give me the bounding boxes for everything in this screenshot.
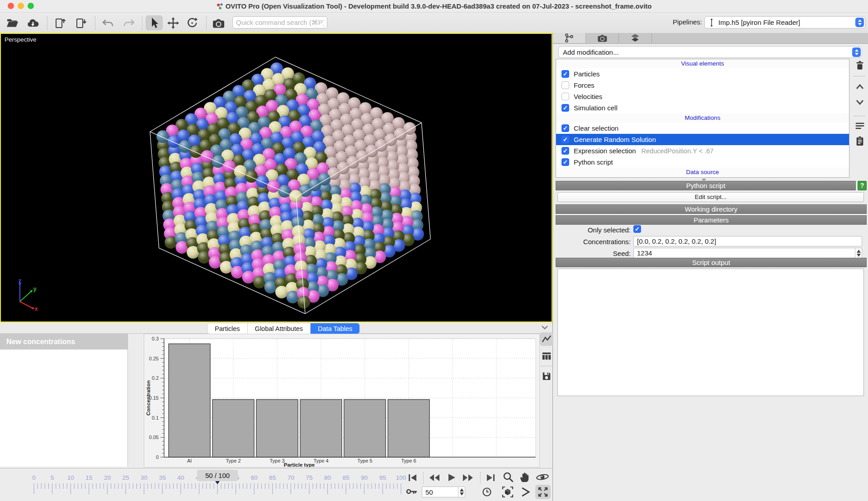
pipeline-item-checkbox[interactable]: ✓ [561,70,569,78]
help-button[interactable]: ? [858,181,867,190]
branch-icon [564,33,575,43]
zoom-mode-button[interactable] [501,471,515,483]
orbit-icon [536,472,549,482]
fast-forward-button[interactable] [460,472,476,483]
tab-overlays[interactable] [619,33,652,43]
parameters-section-header[interactable]: Parameters [556,215,867,225]
only-selected-checkbox[interactable]: ✓ [633,225,641,233]
working-directory-section-header[interactable]: Working directory [556,204,867,214]
main-toolbar: Pipelines: Imp.h5 [pyiron File Reader] [0,13,868,33]
pipeline-item-clear-selection[interactable]: ✓Clear selection [556,123,849,134]
pipeline-item-forces[interactable]: Forces [556,80,849,91]
pipeline-item-velocities[interactable]: Velocities [556,91,849,102]
tab-rendering[interactable] [586,33,619,43]
delete-modifier-button[interactable] [854,59,866,71]
collapse-panel-button[interactable] [541,324,549,333]
goto-first-frame-button[interactable] [406,472,420,483]
line-chart-icon [541,334,552,345]
pipeline-item-label: Velocities [574,93,602,100]
splitter-handle[interactable] [702,179,706,180]
pipeline-item-checkbox[interactable]: ✓ [561,147,569,155]
inspector-tab-data-tables[interactable]: Data Tables [311,323,359,334]
seed-spinner[interactable] [855,248,862,258]
svg-text:95: 95 [379,474,386,481]
edit-script-button[interactable]: Edit script... [557,192,864,202]
play-button[interactable] [445,472,458,483]
zoom-scene-extents-button[interactable] [500,485,515,499]
fast-forward-icon [462,474,473,482]
pick-mode-button[interactable] [518,485,533,499]
pipeline-item-checkbox[interactable]: ✓ [561,136,569,143]
pipeline-item-checkbox[interactable]: ✓ [561,158,569,166]
chart-mode-button[interactable] [540,332,553,346]
rewind-button[interactable] [427,472,442,483]
rotate-mode-button[interactable] [184,15,201,30]
move-modifier-down-button[interactable] [854,96,866,109]
pipelines-label: Pipelines: [673,18,702,26]
svg-text:0.3: 0.3 [152,336,159,341]
pipeline-item-simulation-cell[interactable]: ✓Simulation cell [556,102,849,113]
move-modifier-up-button[interactable] [854,80,866,93]
pipeline-item-python-script[interactable]: ✓Python script [556,156,849,168]
inspector-tabs: ParticlesGlobal AttributesData Tables [207,323,360,334]
undo-button[interactable] [99,15,117,30]
pipeline-item-checkbox[interactable]: ✓ [561,104,569,112]
perspective-viewport[interactable]: Perspective zyx [0,33,552,322]
import-file-button[interactable] [52,15,69,30]
script-output-section-header[interactable]: Script output [556,258,867,267]
pipeline-selector-stepper[interactable] [855,18,864,27]
file-import-icon [54,17,66,29]
skip-end-icon [486,474,495,482]
pipeline-item-particles[interactable]: ✓Particles [556,68,849,80]
animation-keys-button[interactable] [405,486,419,498]
animation-settings-button[interactable] [480,486,494,498]
pipeline-item-label: Clear selection [574,124,618,132]
seed-input[interactable] [633,248,862,258]
pipeline-item-label: Expression selection [574,147,636,155]
pipeline-item-label: Generate Random Solution [574,136,656,143]
inspector-tab-global-attributes[interactable]: Global Attributes [248,323,311,334]
pipeline-item-expression-selection[interactable]: ✓Expression selectionReducedPosition.Y <… [556,145,849,156]
table-mode-button[interactable] [540,349,553,363]
pipeline-selector-dropdown[interactable]: Imp.h5 [pyiron File Reader] [704,16,865,28]
goto-last-frame-button[interactable] [484,472,497,483]
redo-icon [122,17,136,29]
python-script-section-header[interactable]: Python script [556,181,856,190]
concentrations-input[interactable] [633,236,862,246]
pipeline-item-checkbox[interactable] [561,93,569,100]
pipeline-item-checkbox[interactable] [561,81,569,89]
data-table-entry[interactable]: New concentrations [0,334,127,350]
export-data-button[interactable] [540,369,553,383]
only-selected-label: Only selected: [553,226,631,234]
frame-spinner[interactable] [458,487,465,497]
svg-text:Concentration: Concentration [146,380,151,416]
window-title: OVITO Pro (Open Visualization Tool) - De… [0,2,868,10]
add-modification-dropdown[interactable]: Add modification... [558,46,862,58]
current-frame-display[interactable]: 50 / 100 [197,470,238,481]
move-mode-button[interactable] [165,15,182,30]
pipeline-item-generate-random-solution[interactable]: ✓Generate Random Solution [556,134,849,145]
pipeline-section-header: Visual elements [556,59,849,68]
open-file-button[interactable] [4,15,21,30]
toggle-modifier-groups-button[interactable] [854,119,866,132]
tab-pipeline[interactable] [553,33,586,43]
pan-mode-button[interactable] [517,471,532,483]
add-modification-stepper[interactable] [852,47,861,57]
inspector-tab-particles[interactable]: Particles [208,323,248,334]
pipeline-item-checkbox[interactable]: ✓ [561,124,569,132]
maximize-viewport-button[interactable] [535,485,551,499]
orbit-mode-button[interactable] [534,471,551,483]
screenshot-button[interactable] [210,15,227,30]
chevron-up-icon [855,82,865,91]
svg-text:Type 5: Type 5 [357,458,372,463]
remote-import-button[interactable] [24,15,42,30]
redo-button[interactable] [120,15,137,30]
trash-icon [854,60,865,71]
export-file-button[interactable] [72,15,90,30]
svg-text:80: 80 [324,474,331,481]
viewport-caption[interactable]: Perspective [5,36,37,43]
select-mode-button[interactable] [146,15,163,30]
quick-command-search-input[interactable] [232,16,327,28]
copy-pipeline-button[interactable] [854,135,866,147]
svg-text:x: x [34,305,38,312]
